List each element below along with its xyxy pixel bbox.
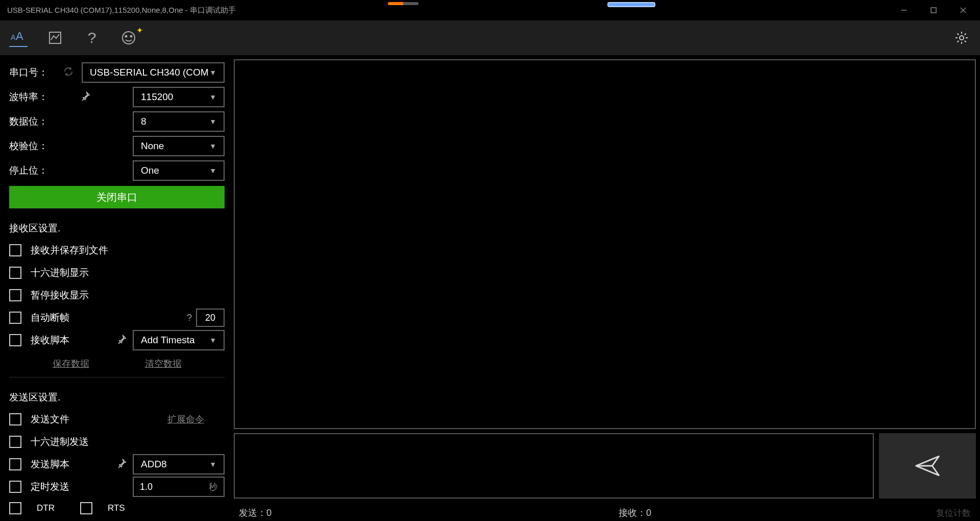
recv-save-file-checkbox[interactable]	[9, 244, 21, 256]
send-script-value: ADD8	[141, 459, 167, 470]
refresh-icon[interactable]	[63, 66, 74, 79]
send-script-checkbox[interactable]	[9, 458, 21, 470]
chevron-down-icon: ▼	[209, 336, 216, 344]
timer-unit: 秒	[209, 481, 217, 493]
hex-send-row: 十六进制发送	[9, 431, 225, 453]
send-section-title: 发送区设置.	[9, 391, 225, 404]
hex-send-checkbox[interactable]	[9, 436, 21, 448]
recv-save-file-row: 接收并保存到文件	[9, 239, 225, 262]
svg-point-8	[126, 36, 127, 37]
baud-value: 115200	[141, 91, 173, 103]
timed-send-label: 定时发送	[31, 480, 69, 493]
recv-script-checkbox[interactable]	[9, 334, 21, 346]
stopbits-value: One	[141, 165, 159, 176]
chevron-down-icon: ▼	[209, 117, 216, 126]
port-label: 串口号：	[9, 66, 63, 79]
receive-panel[interactable]	[234, 59, 976, 429]
help-tool-icon[interactable]: ?	[83, 29, 101, 47]
timer-input[interactable]: 1.0 秒	[133, 477, 225, 497]
dtr-rts-row: DTR RTS	[9, 502, 225, 514]
reset-count-link[interactable]: 复位计数	[936, 507, 971, 519]
send-input[interactable]	[234, 433, 874, 499]
stopbits-select[interactable]: One ▼	[133, 160, 225, 181]
recv-script-select[interactable]: Add Timesta ▼	[133, 330, 225, 350]
send-file-row: 发送文件 扩展命令	[9, 408, 225, 431]
parity-row: 校验位： None ▼	[9, 134, 225, 158]
auto-break-label: 自动断帧	[31, 311, 69, 324]
timed-send-checkbox[interactable]	[9, 481, 21, 493]
pin-icon[interactable]	[81, 91, 90, 103]
chevron-down-icon: ▼	[209, 93, 216, 101]
databits-row: 数据位： 8 ▼	[9, 109, 225, 134]
dtr-label: DTR	[37, 503, 55, 513]
recv-script-value: Add Timesta	[141, 335, 195, 346]
content-area: 发送：0 接收：0 复位计数	[234, 55, 980, 521]
port-row: 串口号： USB-SERIAL CH340 (COM ▼	[9, 60, 225, 85]
timer-value: 1.0	[140, 482, 153, 492]
stopbits-label: 停止位：	[9, 164, 65, 177]
pause-display-checkbox[interactable]	[9, 289, 21, 301]
send-script-label: 发送脚本	[31, 458, 69, 471]
pin-icon[interactable]	[117, 459, 127, 470]
chart-tool-icon[interactable]	[46, 29, 64, 47]
auto-break-help-icon[interactable]: ?	[187, 313, 192, 323]
databits-value: 8	[141, 116, 146, 127]
record-indicator-icon	[388, 2, 419, 5]
recv-section-title: 接收区设置.	[9, 222, 225, 235]
hex-display-label: 十六进制显示	[31, 266, 89, 279]
pin-icon[interactable]	[117, 335, 127, 346]
parity-value: None	[141, 140, 164, 152]
parity-select[interactable]: None ▼	[133, 136, 225, 156]
recv-count-label: 接收：0	[619, 507, 651, 519]
recv-script-label: 接收脚本	[31, 334, 69, 347]
rts-checkbox[interactable]	[80, 502, 92, 514]
settings-icon[interactable]	[952, 29, 971, 47]
ext-cmd-link[interactable]: 扩展命令	[167, 413, 204, 425]
send-script-select[interactable]: ADD8 ▼	[133, 454, 225, 475]
titlebar: USB-SERIAL CH340 (COM17),115200,None,8,O…	[0, 0, 980, 20]
chevron-down-icon: ▼	[209, 68, 216, 77]
hex-send-label: 十六进制发送	[31, 435, 89, 448]
baud-select[interactable]: 115200 ▼	[133, 87, 225, 107]
auto-break-value-input[interactable]	[196, 309, 225, 327]
recv-links: 保存数据 清空数据	[9, 358, 225, 370]
window-title: USB-SERIAL CH340 (COM17),115200,None,8,O…	[7, 6, 236, 15]
auto-break-checkbox[interactable]	[9, 312, 21, 324]
sidebar: 串口号： USB-SERIAL CH340 (COM ▼ 波特率： 115200…	[0, 55, 234, 521]
pause-display-label: 暂停接收显示	[31, 289, 89, 302]
svg-rect-1	[931, 8, 936, 13]
chevron-down-icon: ▼	[209, 460, 216, 468]
smiley-tool-icon[interactable]: ✦	[119, 29, 138, 47]
send-file-checkbox[interactable]	[9, 413, 21, 425]
font-tool-icon[interactable]: AA	[9, 29, 28, 47]
maximize-button[interactable]	[919, 0, 948, 20]
svg-point-10	[960, 36, 964, 40]
status-bar: 发送：0 接收：0 复位计数	[234, 503, 976, 521]
timed-send-row: 定时发送 1.0 秒	[9, 476, 225, 498]
clear-data-link[interactable]: 清空数据	[145, 358, 182, 370]
svg-point-9	[131, 36, 132, 37]
auto-break-row: 自动断帧 ?	[9, 306, 225, 329]
recv-save-file-label: 接收并保存到文件	[31, 244, 108, 257]
pause-display-row: 暂停接收显示	[9, 284, 225, 306]
close-port-button[interactable]: 关闭串口	[9, 186, 225, 208]
baud-row: 波特率： 115200 ▼	[9, 85, 225, 109]
close-button[interactable]	[948, 0, 978, 20]
minimize-button[interactable]	[889, 0, 919, 20]
port-value: USB-SERIAL CH340 (COM	[90, 67, 209, 78]
svg-text:A: A	[11, 33, 16, 41]
baud-label: 波特率：	[9, 90, 65, 104]
save-data-link[interactable]: 保存数据	[53, 358, 89, 370]
port-select[interactable]: USB-SERIAL CH340 (COM ▼	[82, 62, 225, 83]
sparkle-icon: ✦	[136, 26, 143, 35]
dtr-checkbox[interactable]	[9, 502, 21, 514]
window-controls	[889, 0, 978, 20]
recv-script-row: 接收脚本 Add Timesta ▼	[9, 329, 225, 351]
send-button[interactable]	[879, 433, 976, 499]
svg-point-7	[122, 32, 135, 44]
hex-display-checkbox[interactable]	[9, 267, 21, 279]
hex-display-row: 十六进制显示	[9, 262, 225, 284]
databits-select[interactable]: 8 ▼	[133, 111, 225, 132]
top-pill-indicator-icon	[607, 2, 655, 7]
stopbits-row: 停止位： One ▼	[9, 158, 225, 183]
